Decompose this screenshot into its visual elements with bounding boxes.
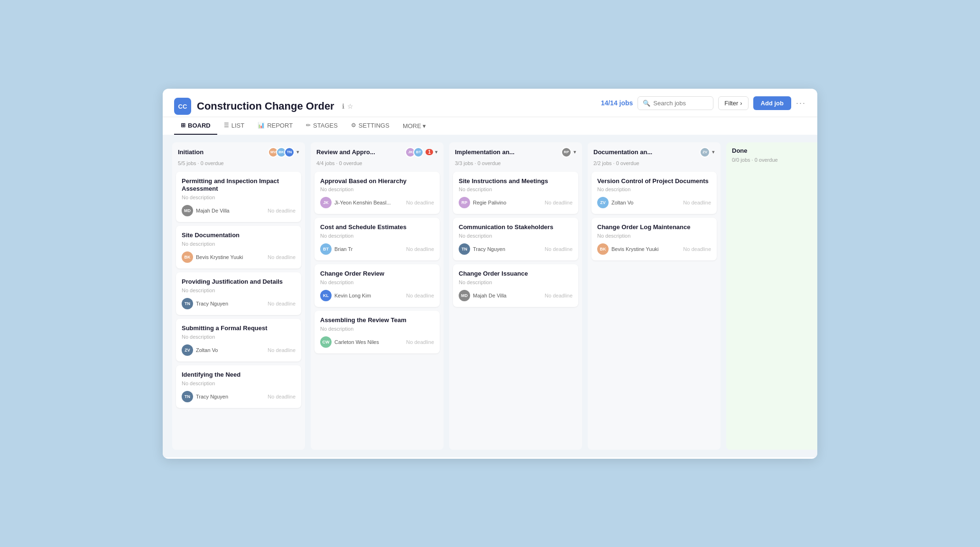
column-header-done: Done▾ (726, 142, 817, 157)
card-desc: No description (597, 233, 711, 239)
card-user: BKBevis Krystine Yuuki (182, 251, 243, 263)
tab-settings[interactable]: ⚙ SETTINGS (344, 117, 396, 135)
column-header-review: Review and Appro...JKBT1▾ (311, 142, 444, 160)
tab-stages[interactable]: ✏ STAGES (299, 117, 344, 135)
report-tab-icon: 📊 (258, 122, 265, 129)
table-row[interactable]: Site Instructions and MeetingsNo descrip… (453, 172, 578, 214)
more-tab-arrow-icon: ▾ (423, 122, 426, 130)
column-header-right-review: JKBT1▾ (405, 147, 438, 158)
avatar: BT (320, 243, 332, 255)
tab-report[interactable]: 📊 REPORT (251, 117, 299, 135)
card-footer: KLKevin Long KimNo deadline (320, 290, 434, 301)
card-user: MDMajah De Villa (182, 205, 230, 216)
badge-count-review: 1 (425, 149, 433, 155)
card-footer: TNTracy NguyenNo deadline (459, 243, 573, 255)
card-desc: No description (320, 326, 434, 332)
table-row[interactable]: Approval Based on HierarchyNo descriptio… (314, 172, 440, 214)
card-deadline: No deadline (683, 246, 711, 252)
card-user: ZVZoltan Vo (597, 197, 633, 208)
table-row[interactable]: Communication to StakeholdersNo descript… (453, 218, 578, 260)
column-header-right-implementation: RP▾ (561, 147, 576, 158)
avatar-group-initiation: MVBKTN (268, 147, 295, 158)
column-title-initiation: Initiation (178, 148, 265, 156)
card-deadline: No deadline (406, 293, 434, 298)
card-title: Identifying the Need (182, 371, 296, 379)
card-deadline: No deadline (268, 301, 296, 306)
table-row[interactable]: Providing Justification and DetailsNo de… (176, 272, 301, 315)
card-title: Change Order Issuance (459, 270, 573, 278)
table-row[interactable]: Change Order Log MaintenanceNo descripti… (592, 218, 717, 260)
card-desc: No description (597, 186, 711, 192)
avatar: ZV (597, 197, 609, 208)
project-logo: CC (174, 98, 191, 115)
avatar: MD (459, 290, 470, 301)
search-input[interactable] (653, 100, 708, 107)
card-desc: No description (320, 233, 434, 239)
column-title-done: Done (732, 147, 817, 154)
card-footer: JKJi-Yeon Kenshin Beasl...No deadline (320, 197, 434, 208)
card-deadline: No deadline (545, 200, 573, 205)
tab-more[interactable]: MORE ▾ (396, 118, 433, 134)
add-job-button[interactable]: Add job (753, 96, 791, 110)
table-row[interactable]: Identifying the NeedNo descriptionTNTrac… (176, 365, 301, 408)
table-row[interactable]: Version Control of Project DocumentsNo d… (592, 172, 717, 214)
avatar: CW (320, 336, 332, 348)
card-footer: TNTracy NguyenNo deadline (182, 391, 296, 402)
table-row[interactable]: Submitting a Formal RequestNo descriptio… (176, 319, 301, 362)
card-user: CWCarleton Wes Niles (320, 336, 379, 348)
column-menu-button-review[interactable]: ▾ (435, 149, 438, 155)
stages-tab-icon: ✏ (306, 122, 311, 129)
nav-tabs: ⊞ BOARD ☰ LIST 📊 REPORT ✏ STAGES ⚙ SETTI… (163, 117, 817, 135)
tab-board[interactable]: ⊞ BOARD (174, 117, 217, 135)
card-title: Site Documentation (182, 232, 296, 240)
avatar-group-documentation: ZV (700, 147, 710, 158)
card-title: Change Order Review (320, 270, 434, 278)
card-user: ZVZoltan Vo (182, 344, 218, 356)
tab-list[interactable]: ☰ LIST (217, 117, 251, 135)
card-desc: No description (182, 287, 296, 293)
column-title-documentation: Documentation an... (593, 148, 697, 156)
filter-button[interactable]: Filter › (718, 96, 748, 110)
column-menu-button-implementation[interactable]: ▾ (573, 149, 576, 155)
search-box[interactable]: 🔍 (638, 96, 713, 110)
card-desc: No description (459, 279, 573, 285)
card-title: Change Order Log Maintenance (597, 223, 711, 232)
card-footer: TNTracy NguyenNo deadline (182, 298, 296, 309)
info-icon[interactable]: ℹ (342, 102, 344, 110)
table-row[interactable]: Change Order ReviewNo descriptionKLKevin… (314, 264, 440, 307)
report-tab-label: REPORT (267, 122, 293, 129)
board-tab-icon: ⊞ (181, 122, 185, 129)
table-row[interactable]: Assembling the Review TeamNo description… (314, 311, 440, 353)
list-tab-icon: ☰ (224, 122, 229, 129)
column-header-right-documentation: ZV▾ (700, 147, 715, 158)
card-user-name: Carleton Wes Niles (334, 339, 379, 345)
card-footer: BKBevis Krystine YuukiNo deadline (597, 243, 711, 255)
jobs-count: 14/14 jobs (601, 99, 633, 107)
table-row[interactable]: Site DocumentationNo descriptionBKBevis … (176, 226, 301, 269)
card-user: TNTracy Nguyen (459, 243, 505, 255)
more-options-button[interactable]: ··· (796, 98, 806, 108)
avatar: RP (561, 147, 572, 158)
card-title: Approval Based on Hierarchy (320, 177, 434, 185)
column-stats-implementation: 3/3 jobs · 0 overdue (449, 160, 582, 170)
card-footer: ZVZoltan VoNo deadline (597, 197, 711, 208)
card-user-name: Majah De Villa (196, 208, 230, 213)
column-stats-documentation: 2/2 jobs · 0 overdue (588, 160, 721, 170)
column-menu-button-documentation[interactable]: ▾ (712, 149, 715, 155)
more-tab-label: MORE (403, 122, 421, 130)
column-title-review: Review and Appro... (316, 148, 402, 156)
card-desc: No description (459, 186, 573, 192)
card-title: Permitting and Inspection Impact Assessm… (182, 177, 296, 194)
card-footer: BTBrian TrNo deadline (320, 243, 434, 255)
star-icon[interactable]: ☆ (347, 102, 353, 110)
column-cards-done (726, 167, 817, 172)
table-row[interactable]: Cost and Schedule EstimatesNo descriptio… (314, 218, 440, 260)
card-desc: No description (182, 334, 296, 340)
card-user: RPRegie Palivino (459, 197, 506, 208)
table-row[interactable]: Permitting and Inspection Impact Assessm… (176, 172, 301, 223)
card-user: TNTracy Nguyen (182, 391, 228, 402)
card-deadline: No deadline (406, 200, 434, 205)
table-row[interactable]: Change Order IssuanceNo descriptionMDMaj… (453, 264, 578, 307)
column-header-right-initiation: MVBKTN▾ (268, 147, 299, 158)
column-menu-button-initiation[interactable]: ▾ (296, 149, 299, 155)
